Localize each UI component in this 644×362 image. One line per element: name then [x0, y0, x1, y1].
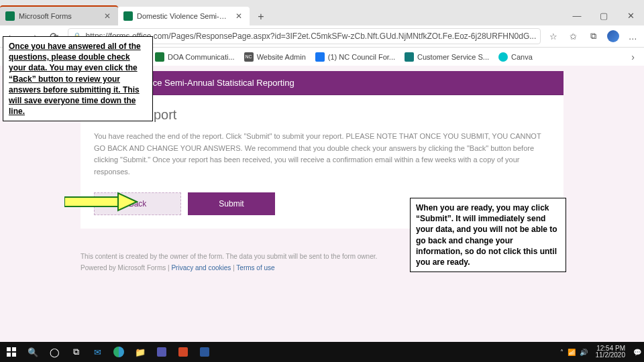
- powerpoint-icon[interactable]: [174, 343, 192, 361]
- mail-icon[interactable]: ✉: [89, 343, 106, 361]
- edge-icon[interactable]: [110, 343, 127, 361]
- cortana-icon[interactable]: ◯: [46, 343, 63, 361]
- canva-icon: [498, 52, 508, 62]
- taskbar-clock[interactable]: 12:54 PM 11/2/2020: [592, 345, 630, 359]
- bookmark-item[interactable]: Canva: [498, 52, 533, 62]
- arrow-icon: [64, 190, 138, 213]
- bookmark-label: Website Admin: [257, 53, 306, 61]
- form-banner-title: Domestic Violence Semi-Annual Statistica…: [80, 71, 564, 95]
- powered-by-label: Powered by Microsoft Forms |: [80, 264, 171, 272]
- clock-date: 11/2/2020: [596, 352, 626, 359]
- close-tab-icon[interactable]: ✕: [233, 11, 244, 21]
- more-menu-icon[interactable]: …: [625, 29, 640, 44]
- svg-rect-4: [7, 353, 11, 357]
- section-heading: End of Report: [94, 107, 550, 123]
- search-icon[interactable]: 🔍: [24, 343, 42, 361]
- minimize-button[interactable]: —: [564, 5, 590, 25]
- url-text: https://forms.office.com/Pages/ResponseP…: [86, 32, 537, 41]
- notifications-icon[interactable]: 💬: [633, 349, 641, 356]
- tab-strip: Microsoft Forms ✕ Domestic Violence Semi…: [0, 5, 644, 25]
- annotation-left: Once you have answered all of the questi…: [3, 36, 153, 121]
- svg-rect-3: [12, 347, 16, 351]
- word-icon[interactable]: [196, 343, 213, 361]
- svg-marker-1: [118, 193, 137, 210]
- task-view-icon[interactable]: ⧉: [67, 343, 85, 361]
- maximize-button[interactable]: ▢: [590, 5, 617, 25]
- terms-link[interactable]: Terms of use: [236, 264, 274, 272]
- tab-title: Domestic Violence Semi-Annual...: [137, 12, 229, 20]
- close-window-button[interactable]: ✕: [617, 5, 644, 25]
- file-explorer-icon[interactable]: 📁: [131, 343, 149, 361]
- forms-icon: [5, 11, 15, 21]
- tab-inactive[interactable]: Microsoft Forms ✕: [0, 5, 118, 25]
- svg-rect-2: [7, 347, 11, 351]
- page-icon: NC: [244, 52, 254, 62]
- taskbar: 🔍 ◯ ⧉ ✉ 📁 ˄ 📶 🔊 12:54 PM 11/2/2020 💬: [0, 342, 644, 362]
- favorites-icon[interactable]: ✩: [566, 29, 581, 44]
- facebook-icon: [315, 52, 325, 62]
- teams-icon[interactable]: [153, 343, 170, 361]
- system-tray: ˄ 📶 🔊 12:54 PM 11/2/2020 💬: [560, 345, 642, 359]
- bookmark-label: Customer Service S...: [417, 53, 489, 61]
- profile-avatar[interactable]: [606, 29, 621, 44]
- favorite-star-icon[interactable]: ☆: [546, 29, 561, 44]
- privacy-link[interactable]: Privacy and cookies: [171, 264, 231, 272]
- bookmark-label: (1) NC Council For...: [328, 53, 395, 61]
- bookmarks-overflow-icon[interactable]: ›: [626, 52, 640, 62]
- bookmark-label: Canva: [511, 53, 533, 61]
- volume-icon[interactable]: 🔊: [580, 349, 588, 356]
- tab-title: Microsoft Forms: [19, 12, 98, 20]
- network-icon[interactable]: 📶: [568, 349, 576, 356]
- bookmark-item[interactable]: DOA Communicati...: [155, 52, 235, 62]
- tab-active[interactable]: Domestic Violence Semi-Annual... ✕: [118, 7, 250, 25]
- tray-overflow-icon[interactable]: ˄: [560, 349, 564, 356]
- forms-icon: [123, 11, 133, 21]
- start-button[interactable]: [3, 343, 20, 361]
- page-icon: [155, 52, 164, 62]
- bookmark-item[interactable]: Customer Service S...: [405, 52, 489, 62]
- bookmark-label: DOA Communicati...: [168, 53, 235, 61]
- bookmark-item[interactable]: NCWebsite Admin: [244, 52, 306, 62]
- close-tab-icon[interactable]: ✕: [102, 11, 113, 21]
- section-body: You have reached the end of the report. …: [94, 131, 550, 178]
- page-icon: [405, 52, 414, 62]
- new-tab-button[interactable]: +: [252, 8, 270, 25]
- svg-rect-5: [12, 353, 16, 357]
- bookmark-item[interactable]: (1) NC Council For...: [315, 52, 395, 62]
- window-controls: — ▢ ✕: [564, 5, 644, 25]
- annotation-right: When you are ready, you may click “Submi…: [410, 198, 566, 272]
- submit-button[interactable]: Submit: [188, 192, 275, 215]
- svg-rect-0: [64, 197, 118, 206]
- collections-icon[interactable]: ⧉: [586, 29, 600, 44]
